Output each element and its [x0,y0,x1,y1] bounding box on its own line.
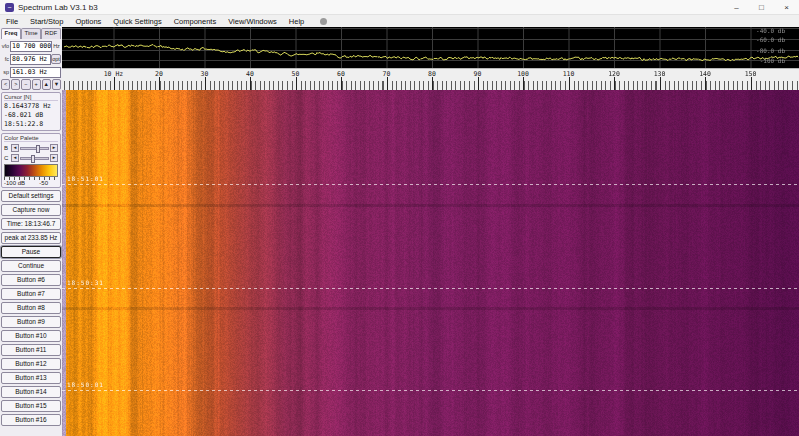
button-button-7[interactable]: Button #7 [1,288,61,300]
db-label-80-0-db: -80.0 db [756,46,785,53]
fc-opt-button[interactable]: opt [51,54,61,64]
major-tick-140 [705,77,706,90]
fc-input[interactable]: 80.976 Hz [10,54,51,65]
maximize-button[interactable]: □ [749,0,774,14]
button-pause[interactable]: Pause [1,246,61,258]
button-button-15[interactable]: Button #15 [1,400,61,412]
brightness-left-arrow-icon[interactable]: ◄ [11,144,19,152]
time-label-18-50-31: 18:50:31 [67,279,104,286]
sp-label: sp [1,69,9,75]
close-button[interactable]: × [774,0,799,14]
window-controls: – □ × [724,0,799,14]
button-continue[interactable]: Continue [1,260,61,272]
frequency-nav-buttons: <>−+▲▼ [1,79,61,90]
menu-view-windows[interactable]: View/Windows [222,17,283,26]
brightness-slider[interactable] [20,147,49,150]
tab-freq[interactable]: Freq [1,28,21,39]
menu-file[interactable]: File [0,17,24,26]
menu-help[interactable]: Help [283,17,310,26]
major-tick-10 [114,77,115,90]
menu-items-container: FileStart/StopOptionsQuick SettingsCompo… [0,17,310,26]
brightness-slider-label: B [4,145,10,151]
brightness-right-arrow-icon[interactable]: ► [50,144,58,152]
waterfall-spectrogram[interactable]: 18:51:0118:50:3118:50:01 [62,90,799,436]
fc-label: fc [1,56,9,62]
vfo-row: vfo 10 700 000 Hz [1,40,61,52]
button-button-14[interactable]: Button #14 [1,386,61,398]
sidebar-button-stack: Default settingsCapture nowTime: 18:13:4… [1,190,61,426]
spectrum-graph-canvas[interactable] [62,27,799,68]
button-peak-at-233-85-hz[interactable]: peak at 233.85 Hz [1,232,61,244]
button-time-18-13-46-7[interactable]: Time: 18:13:46.7 [1,218,61,230]
cursor-frequency: 8.1643778 Hz [4,102,58,111]
button-button-11[interactable]: Button #11 [1,344,61,356]
nav-button-3[interactable]: + [32,79,41,90]
nav-button-4[interactable]: ▲ [42,79,51,90]
button-default-settings[interactable]: Default settings [1,190,61,202]
nav-button-1[interactable]: > [11,79,20,90]
db-label-40-0-db: -40.0 db [756,27,785,34]
major-tick-90 [478,77,479,90]
brightness-slider-row: B ◄ ► [4,143,58,153]
minimize-button[interactable]: – [724,0,749,14]
major-tick-150 [751,77,752,90]
contrast-slider-thumb[interactable] [31,155,35,163]
major-tick-20 [159,77,160,90]
spectrum-graph[interactable]: -40.0 db-60.0 db-80.0 db-100 db [62,27,799,68]
sp-row: sp 161.03 Hz [1,66,61,78]
window-title: Spectrum Lab V3.1 b3 [18,3,98,12]
button-button-8[interactable]: Button #8 [1,302,61,314]
frequency-scale[interactable]: 10 Hz2030405060708090100110120130140150 [62,68,799,90]
tab-time[interactable]: Time [21,28,41,39]
major-tick-60 [341,77,342,90]
mode-tabs: Freq Time RDF [1,28,61,39]
contrast-slider-row: C ◄ ► [4,153,58,163]
button-capture-now[interactable]: Capture now [1,204,61,216]
status-led-icon [320,18,327,25]
palette-scale: -100 dB -50 [4,180,58,186]
cursor-time: 18:51:22.8 [4,120,58,129]
button-button-16[interactable]: Button #16 [1,414,61,426]
menu-quick-settings[interactable]: Quick Settings [107,17,167,26]
nav-button-0[interactable]: < [1,79,10,90]
title-bar: ~ Spectrum Lab V3.1 b3 – □ × [0,0,799,15]
button-button-10[interactable]: Button #10 [1,330,61,342]
color-palette-panel: Color Palette B ◄ ► C ◄ ► -100 dB [1,133,61,188]
time-label-18-50-01: 18:50:01 [67,381,104,388]
button-button-12[interactable]: Button #12 [1,358,61,370]
contrast-left-arrow-icon[interactable]: ◄ [11,154,19,162]
button-button-9[interactable]: Button #9 [1,316,61,328]
sp-input[interactable]: 161.03 Hz [10,67,61,78]
spectrum-lab-window: ~ Spectrum Lab V3.1 b3 – □ × FileStart/S… [0,0,799,436]
cursor-amplitude: -68.021 dB [4,111,58,120]
cursor-panel: Cursor [N] 8.1643778 Hz -68.021 dB 18:51… [1,92,61,131]
button-button-13[interactable]: Button #13 [1,372,61,384]
display-area: -40.0 db-60.0 db-80.0 db-100 db 10 Hz203… [62,27,799,436]
brightness-slider-thumb[interactable] [36,145,40,153]
tab-rdf[interactable]: RDF [41,28,61,39]
waterfall-canvas[interactable] [62,90,799,436]
contrast-right-arrow-icon[interactable]: ► [50,154,58,162]
nav-button-5[interactable]: ▼ [52,79,61,90]
nav-button-2[interactable]: − [21,79,30,90]
menu-bar: FileStart/StopOptionsQuick SettingsCompo… [0,15,799,27]
color-palette-title: Color Palette [4,135,58,142]
menu-options[interactable]: Options [69,17,107,26]
app-icon: ~ [5,3,14,12]
major-tick-30 [205,77,206,90]
contrast-slider[interactable] [20,157,49,160]
major-tick-130 [660,77,661,90]
vfo-input[interactable]: 10 700 000 [10,41,52,52]
major-tick-120 [614,77,615,90]
major-tick-80 [432,77,433,90]
contrast-slider-label: C [4,155,10,161]
major-tick-70 [387,77,388,90]
menu-start-stop[interactable]: Start/Stop [24,17,69,26]
vfo-unit: Hz [52,43,61,49]
control-sidebar: Freq Time RDF vfo 10 700 000 Hz fc 80.97… [0,27,62,436]
cursor-panel-title: Cursor [N] [4,94,58,101]
major-tick-40 [250,77,251,90]
palette-scale-min: -100 dB [4,180,25,186]
button-button-6[interactable]: Button #6 [1,274,61,286]
menu-components[interactable]: Components [168,17,223,26]
